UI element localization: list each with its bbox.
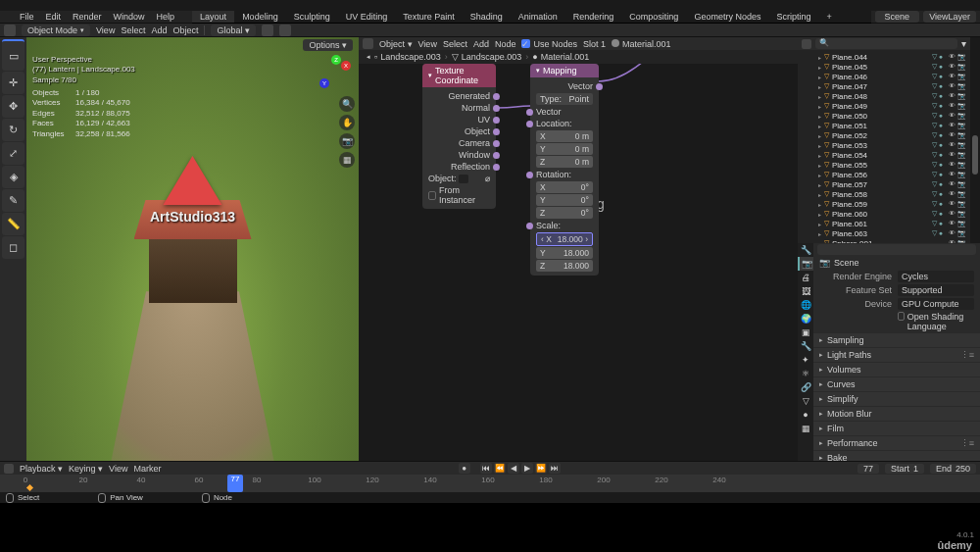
render-engine-select[interactable]: Cycles: [898, 271, 974, 282]
tab-rendering[interactable]: Rendering: [565, 11, 622, 23]
play-reverse-icon[interactable]: ◀: [508, 463, 519, 474]
viewport-3d[interactable]: ArtStudio313 Options ▾ User Perspective …: [26, 37, 359, 461]
loc-z[interactable]: Z0 m: [536, 156, 593, 168]
eyedropper-icon[interactable]: ⌀: [485, 174, 490, 183]
ptab-render[interactable]: 📷: [798, 257, 813, 271]
menu-view[interactable]: View: [96, 25, 115, 35]
menu-render[interactable]: Render: [69, 12, 106, 22]
scale-x[interactable]: ‹ X18.000 ›: [536, 232, 593, 246]
menu-window[interactable]: Window: [110, 12, 149, 22]
ptab-constraint[interactable]: 🔗: [798, 380, 813, 394]
tl-view[interactable]: View: [109, 464, 127, 474]
menu-object[interactable]: Object: [172, 25, 198, 35]
zoom-icon[interactable]: 🔍: [339, 96, 355, 112]
outliner-type-icon[interactable]: [802, 39, 811, 49]
ptab-object[interactable]: ▣: [798, 326, 813, 339]
outliner-item[interactable]: ▸▽Plane.050▽ ●👁 📷: [798, 111, 970, 121]
menu-add[interactable]: Add: [151, 25, 167, 35]
tool-cursor[interactable]: ✛: [2, 72, 24, 94]
tab-compositing[interactable]: Compositing: [621, 11, 686, 23]
tl-playback[interactable]: Playback ▾: [20, 464, 63, 474]
panel-curves[interactable]: ▸Curves: [813, 377, 980, 391]
editor-type-icon[interactable]: [4, 25, 16, 36]
ptab-viewlayer[interactable]: 🖼: [798, 284, 813, 298]
tool-add-cube[interactable]: ◻: [2, 236, 24, 259]
shader-object-mode[interactable]: Object ▾: [379, 39, 413, 49]
outliner-item[interactable]: ▸▽Plane.048▽ ●👁 📷: [798, 91, 970, 101]
scene-name[interactable]: Scene: [834, 258, 859, 268]
snap-icon[interactable]: [262, 25, 273, 36]
ptab-data[interactable]: ▽: [798, 394, 813, 408]
viewlayer-selector[interactable]: ViewLayer: [923, 11, 976, 23]
use-nodes-checkbox[interactable]: ✓Use Nodes: [521, 39, 577, 49]
ne-view[interactable]: View: [418, 39, 437, 49]
crumb-0[interactable]: ▫ Landscape.003: [374, 52, 441, 62]
tab-modeling[interactable]: Modeling: [234, 11, 286, 23]
rot-z[interactable]: Z0°: [536, 207, 593, 219]
outliner-item[interactable]: ▸▽Plane.053▽ ●👁 📷: [798, 140, 970, 150]
prev-key-icon[interactable]: ⏪: [494, 463, 506, 474]
rot-x[interactable]: X0°: [536, 181, 593, 193]
current-frame[interactable]: 77: [858, 464, 879, 474]
rot-y[interactable]: Y0°: [536, 194, 593, 206]
material-select[interactable]: Material.001: [612, 39, 671, 49]
ptab-texture[interactable]: ▦: [798, 422, 813, 435]
node-texture-coordinate[interactable]: ▾Texture Coordinate Generated Normal UV …: [422, 64, 496, 209]
feature-set-select[interactable]: Supported: [898, 284, 974, 296]
nav-gizmo[interactable]: X Z Y: [318, 55, 353, 90]
ptab-world[interactable]: 🌍: [798, 312, 813, 326]
panel-film[interactable]: ▸Film: [813, 422, 980, 435]
panel-performance[interactable]: ▸Performance⋮≡: [813, 436, 980, 450]
playhead[interactable]: 77: [227, 475, 243, 492]
tool-rotate[interactable]: ↻: [2, 119, 24, 141]
ptab-modifier[interactable]: 🔧: [798, 339, 813, 353]
node-sidebar-tabs[interactable]: [786, 64, 798, 461]
scale-z[interactable]: Z18.000: [536, 260, 593, 272]
outliner-item[interactable]: ▸▽Plane.052▽ ●👁 📷: [798, 130, 970, 140]
crumb-2[interactable]: ● Material.001: [532, 52, 589, 62]
outliner-item[interactable]: ▸▽Plane.058▽ ●👁 📷: [798, 189, 970, 199]
outliner-scrollbar[interactable]: [970, 37, 980, 243]
jump-end-icon[interactable]: ⏭: [549, 463, 561, 474]
perspective-icon[interactable]: ▦: [339, 152, 355, 168]
outliner-item[interactable]: ▸▽Plane.044▽ ●👁 📷: [798, 52, 970, 62]
mode-select[interactable]: Object Mode ▾: [22, 25, 90, 36]
ptab-scene[interactable]: 🌐: [798, 298, 813, 312]
outliner-item[interactable]: ▸▽Plane.060▽ ●👁 📷: [798, 209, 970, 219]
panel-volumes[interactable]: ▸Volumes: [813, 363, 980, 376]
tool-move[interactable]: ✥: [2, 95, 24, 118]
outliner-item[interactable]: ▸▽Plane.045▽ ●👁 📷: [798, 62, 970, 72]
tab-animation[interactable]: Animation: [511, 11, 565, 23]
scene-selector[interactable]: Scene: [875, 11, 920, 23]
ptab-tool[interactable]: 🔧: [798, 243, 813, 257]
ne-node[interactable]: Node: [495, 39, 516, 49]
tool-measure[interactable]: 📏: [2, 213, 24, 235]
tab-add[interactable]: +: [818, 11, 839, 23]
timeline-track[interactable]: 020406080100120140160180200220240 77: [0, 475, 980, 492]
outliner-item[interactable]: ▸▽Plane.049▽ ●👁 📷: [798, 101, 970, 111]
panel-light-paths[interactable]: ▸Light Paths⋮≡: [813, 348, 980, 362]
orientation-select[interactable]: Global ▾: [211, 25, 256, 36]
tab-uv-editing[interactable]: UV Editing: [338, 11, 396, 23]
editor-type-shader-icon[interactable]: [363, 38, 373, 49]
slot-select[interactable]: Slot 1: [583, 39, 606, 49]
osl-checkbox[interactable]: [898, 312, 905, 321]
shader-editor[interactable]: Object ▾ View Select Add Node ✓Use Nodes…: [359, 37, 798, 461]
tab-sculpting[interactable]: Sculpting: [286, 11, 338, 23]
loc-x[interactable]: X0 m: [536, 130, 593, 142]
from-instancer-checkbox[interactable]: [428, 191, 436, 200]
ne-add[interactable]: Add: [473, 39, 489, 49]
tl-marker[interactable]: Marker: [133, 464, 161, 474]
device-select[interactable]: GPU Compute: [898, 298, 974, 310]
tool-scale[interactable]: ⤢: [2, 142, 24, 165]
node-mapping[interactable]: ▾Mapping Vector Type:Point Vector Locati…: [530, 64, 599, 276]
next-key-icon[interactable]: ⏩: [535, 463, 547, 474]
tool-annotate[interactable]: ✎: [2, 189, 24, 212]
outliner-item[interactable]: ▸▽Plane.047▽ ●👁 📷: [798, 81, 970, 91]
ptab-output[interactable]: 🖨: [798, 271, 813, 284]
tool-select-box[interactable]: ▭: [2, 39, 24, 71]
menu-file[interactable]: File: [16, 12, 38, 22]
mapping-type[interactable]: Type:Point: [536, 93, 593, 105]
outliner-item[interactable]: ▸▽Plane.055▽ ●👁 📷: [798, 160, 970, 170]
outliner-item[interactable]: ▸▽Plane.063▽ ●👁 📷: [798, 228, 970, 238]
